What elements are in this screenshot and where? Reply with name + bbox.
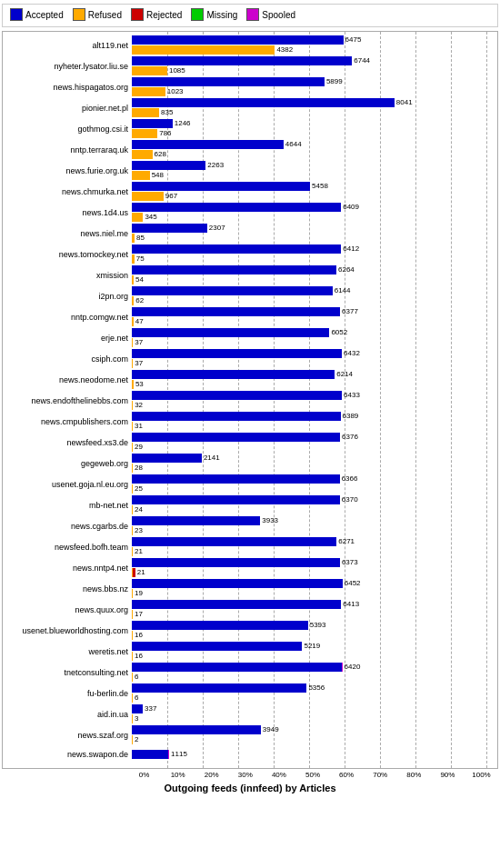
table-row: aid.in.ua3373 (6, 704, 494, 723)
table-row: newsfeed.xs3.de637629 (6, 433, 494, 452)
refused-bar (132, 422, 133, 431)
refused-bar (132, 631, 133, 640)
bar-line-refused: 19 (132, 589, 494, 598)
bar-line-refused: 32 (132, 401, 494, 410)
legend-item-missing: Missing (191, 8, 237, 21)
row-label: news.quux.org (6, 605, 132, 614)
row-label: news.chmurka.net (6, 187, 132, 196)
x-tick-40%: 40% (262, 771, 295, 779)
row-label: xmission (6, 271, 132, 280)
row-label: news.cgarbs.de (6, 522, 132, 531)
row-label: news.neodome.net (6, 375, 132, 384)
table-row: fu-berlin.de53566 (6, 683, 494, 703)
bar-line-accepted: 2141 (132, 454, 494, 463)
row-label: news.nntp4.net (6, 564, 132, 573)
row-label: erje.net (6, 334, 132, 343)
x-tick-0%: 0% (127, 771, 161, 779)
refused-value: 19 (135, 589, 143, 598)
legend-item-rejected: Rejected (131, 8, 182, 21)
accepted-value: 2263 (207, 161, 224, 170)
row-label: i2pn.org (6, 292, 132, 301)
row-label: tnetconsulting.net (6, 668, 132, 677)
legend-item-accepted: Accepted (10, 8, 64, 21)
bar-area: 637024 (132, 495, 494, 514)
table-row: news.cmpublishers.com638931 (6, 412, 494, 431)
accepted-bar (132, 454, 202, 463)
table-row: csiph.com643237 (6, 349, 494, 368)
bar-line-accepted: 6214 (132, 370, 494, 379)
refused-value: 786 (159, 129, 171, 138)
refused-bar (132, 673, 133, 682)
accepted-value: 8041 (396, 98, 413, 107)
bar-line-accepted: 337 (132, 704, 494, 713)
bar-line-refused: 786 (132, 129, 494, 138)
accepted-bar (132, 495, 340, 504)
accepted-value: 6413 (343, 600, 359, 609)
table-row: usenet.blueworldhosting.com539316 (6, 621, 494, 640)
bar-line-refused: 967 (132, 192, 494, 201)
bar-area: 67441085 (132, 56, 494, 75)
chart-area: alt119.net64754382nyheter.lysator.liu.se… (2, 31, 498, 769)
bar-line-accepted: 6420 (132, 663, 494, 672)
bar-line-accepted: 8041 (132, 98, 494, 107)
accepted-bar (132, 224, 207, 233)
accepted-value: 6144 (335, 286, 351, 295)
table-row: news.hispagatos.org58991023 (6, 77, 494, 96)
refused-bar (132, 275, 134, 284)
table-row: news.1d4.us6409345 (6, 203, 494, 222)
table-row: xmission626454 (6, 265, 494, 284)
accepted-value: 6432 (344, 349, 360, 358)
bar-line-refused: 3 (132, 714, 494, 723)
refused-value: 31 (135, 422, 143, 431)
refused-value: 21 (137, 568, 145, 577)
table-row: alt119.net64754382 (6, 35, 494, 55)
x-tick-10%: 10% (161, 771, 195, 779)
refused-bar (132, 338, 133, 347)
bar-line-refused: 47 (132, 317, 494, 326)
refused-value: 23 (135, 526, 143, 535)
table-row: news.swapon.de1115 (6, 746, 494, 763)
bar-line-accepted: 6475 (132, 35, 494, 45)
refused-value: 29 (135, 443, 143, 452)
refused-value: 548 (152, 171, 164, 180)
accepted-bar (132, 558, 340, 567)
rejected-bar (133, 568, 135, 577)
bar-line-accepted: 1246 (132, 119, 494, 128)
accepted-value: 5899 (326, 77, 343, 86)
bar-line-refused: 6 (132, 673, 494, 682)
accepted-bar (132, 161, 205, 170)
table-row: nntp.terraraq.uk4644628 (6, 140, 494, 159)
refused-bar (132, 693, 133, 703)
accepted-value: 6376 (342, 433, 358, 442)
table-row: gegeweb.org214128 (6, 454, 494, 473)
bar-area: 1246786 (132, 119, 494, 138)
x-axis-title: Outgoing feeds (innfeed) by Articles (2, 783, 498, 793)
legend-item-spooled: Spooled (246, 8, 295, 21)
row-label: news.endofthelinebbs.com (6, 396, 132, 405)
refused-bar (132, 589, 133, 598)
accepted-value: 6475 (345, 35, 362, 45)
accepted-bar (132, 56, 352, 65)
accepted-value: 5458 (312, 182, 328, 191)
accepted-bar (132, 265, 336, 274)
missing-legend-box (191, 8, 204, 21)
accepted-bar (132, 119, 173, 128)
accepted-bar (132, 579, 343, 588)
spooled-bar (168, 750, 169, 759)
accepted-legend-label: Accepted (25, 10, 64, 20)
refused-value: 4382 (276, 45, 293, 55)
refused-value: 62 (135, 296, 144, 305)
row-label: mb-net.net (6, 501, 132, 510)
bar-line-refused: 16 (132, 652, 494, 661)
accepted-bar (132, 98, 395, 107)
accepted-value: 6377 (342, 307, 358, 316)
accepted-value: 3949 (263, 725, 279, 734)
bar-area: 638931 (132, 412, 494, 431)
table-row: tnetconsulting.net64206 (6, 663, 494, 682)
bar-line-refused: 17 (132, 610, 494, 619)
accepted-bar (132, 35, 344, 45)
refused-bar (132, 213, 143, 222)
table-row: pionier.net.pl8041835 (6, 98, 494, 117)
bar-area: 637321 (132, 558, 494, 577)
row-label: fu-berlin.de (6, 689, 132, 698)
